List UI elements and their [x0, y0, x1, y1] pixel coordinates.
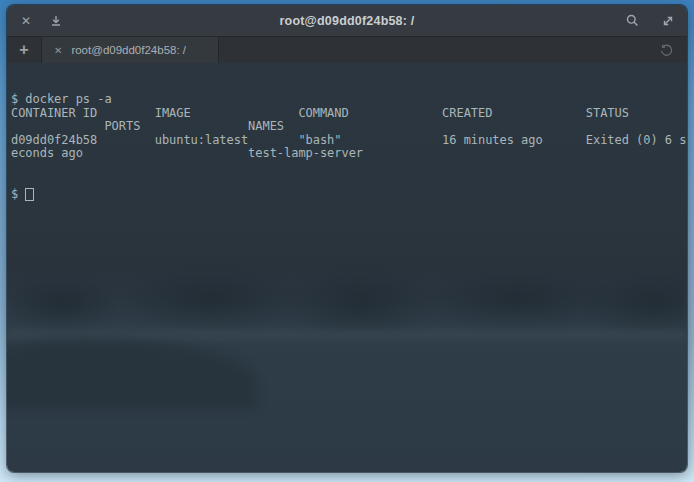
history-icon	[659, 43, 674, 58]
terminal-output: $ docker ps -aCONTAINER ID IMAGE COMMAND…	[7, 63, 687, 228]
close-icon: ✕	[21, 14, 31, 28]
tabbar-empty-area	[219, 37, 651, 63]
tab-active[interactable]: ✕ root@d09dd0f24b58: /	[42, 37, 219, 63]
terminal-viewport[interactable]: $ docker ps -aCONTAINER ID IMAGE COMMAND…	[7, 63, 687, 472]
terminal-line: econds ago test-lamp-server	[11, 147, 687, 161]
search-button[interactable]	[621, 10, 643, 32]
history-button[interactable]	[651, 37, 681, 63]
tab-label: root@d09dd0f24b58: /	[71, 44, 186, 56]
expand-button[interactable]	[657, 10, 679, 32]
terminal-lines: $ docker ps -aCONTAINER ID IMAGE COMMAND…	[11, 93, 687, 161]
background-treeline-image	[7, 261, 687, 333]
background-hill-image	[7, 339, 257, 409]
prompt-line: $	[11, 188, 687, 202]
terminal-line: CONTAINER ID IMAGE COMMAND CREATED STATU…	[11, 107, 687, 121]
terminal-cursor[interactable]	[25, 188, 34, 201]
search-icon	[625, 13, 640, 28]
download-button[interactable]	[45, 10, 67, 32]
titlebar[interactable]: root@d09dd0f24b58: / ✕	[7, 5, 687, 36]
terminal-window: root@d09dd0f24b58: / ✕	[7, 5, 687, 472]
close-window-button[interactable]: ✕	[15, 10, 37, 32]
expand-icon	[661, 14, 675, 28]
desktop-wallpaper: root@d09dd0f24b58: / ✕	[0, 0, 694, 482]
download-icon	[49, 14, 63, 28]
window-title: root@d09dd0f24b58: /	[7, 5, 687, 36]
terminal-line: PORTS NAMES	[11, 120, 687, 134]
tab-close-icon[interactable]: ✕	[54, 45, 62, 56]
tab-bar: + ✕ root@d09dd0f24b58: /	[7, 36, 687, 63]
plus-icon: +	[19, 41, 28, 59]
new-tab-button[interactable]: +	[7, 37, 42, 63]
terminal-line: d09dd0f24b58 ubuntu:latest "bash" 16 min…	[11, 134, 687, 148]
shell-prompt: $	[11, 188, 25, 202]
terminal-line: $ docker ps -a	[11, 93, 687, 107]
